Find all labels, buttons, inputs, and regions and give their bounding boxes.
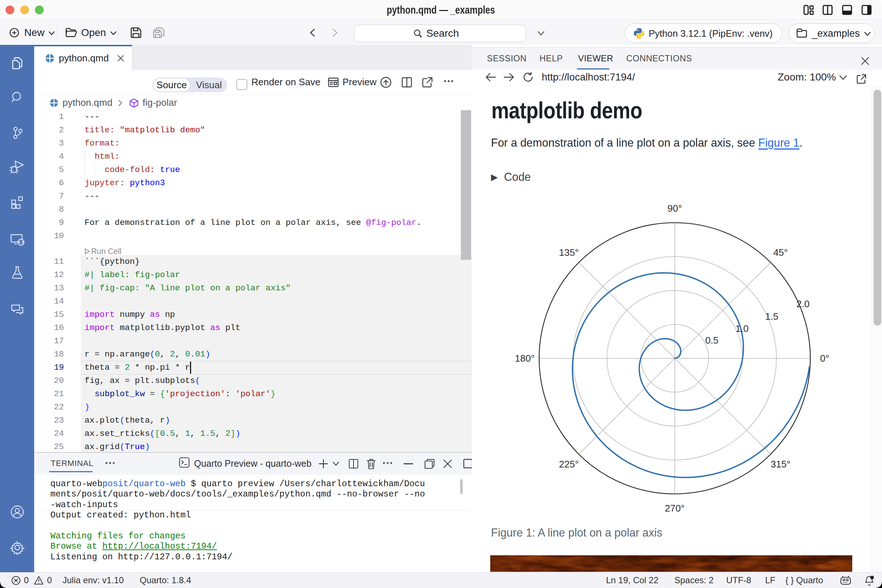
svg-text:45°: 45°	[773, 247, 788, 258]
svg-text:225°: 225°	[559, 459, 579, 470]
svg-text:0.5: 0.5	[705, 335, 718, 346]
svg-text:270°: 270°	[665, 503, 685, 514]
svg-text:315°: 315°	[771, 459, 790, 470]
svg-text:90°: 90°	[668, 203, 682, 214]
svg-text:1.5: 1.5	[765, 311, 778, 322]
svg-text:2.0: 2.0	[796, 298, 810, 309]
svg-text:1.0: 1.0	[735, 323, 748, 334]
svg-text:180°: 180°	[515, 353, 535, 364]
svg-text:135°: 135°	[559, 247, 579, 258]
svg-text:0°: 0°	[820, 353, 830, 364]
